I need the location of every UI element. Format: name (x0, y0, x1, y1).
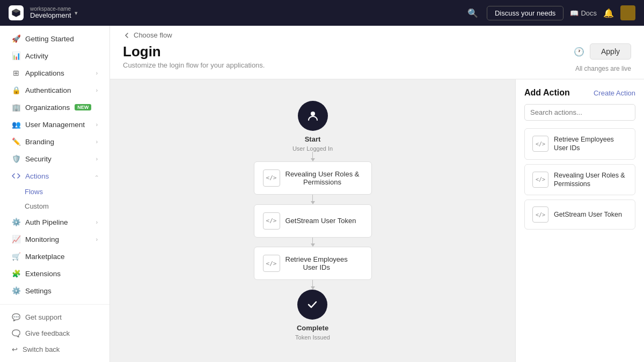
puzzle-icon: 🧩 (12, 269, 20, 278)
sidebar-item-branding[interactable]: ✏️ Branding › (3, 134, 106, 150)
pen-icon: ✏️ (12, 137, 20, 146)
sidebar-item-marketplace[interactable]: 🛒 Marketplace (3, 248, 106, 264)
flow-container: Start User Logged In </> Revealing User … (232, 101, 393, 341)
sidebar-item-switch-back[interactable]: ↩ Switch back (3, 342, 106, 357)
sidebar-item-get-support[interactable]: 💬 Get support (3, 309, 106, 325)
sidebar-label-get-support: Get support (25, 313, 62, 321)
docs-link[interactable]: 📖 Docs (570, 9, 597, 17)
sidebar-item-user-management[interactable]: 👥 User Management › (3, 116, 106, 132)
flow-node-label-1: Revealing User Roles &Permissions (286, 170, 360, 186)
sidebar-item-auth-pipeline[interactable]: ⚙️ Auth Pipeline › (3, 214, 106, 230)
sidebar-sub-item-flows[interactable]: Flows (3, 185, 106, 198)
notifications-bell-icon[interactable]: 🔔 (603, 8, 614, 18)
breadcrumb[interactable]: Choose flow (123, 31, 631, 39)
sidebar-item-extensions[interactable]: 🧩 Extensions (3, 265, 106, 282)
sidebar-label-switch-back: Switch back (23, 345, 60, 353)
chevron-down-icon: ‹ (94, 175, 100, 176)
workspace-name: Development (30, 12, 71, 19)
sidebar-label-authentication: Authentication (25, 86, 71, 94)
sidebar-item-getting-started[interactable]: 🚀 Getting Started (3, 31, 106, 47)
chevron-right-icon: › (96, 237, 98, 242)
sidebar-label-organizations: Organizations (25, 104, 70, 112)
code-icon (12, 172, 20, 180)
create-action-link[interactable]: Create Action (594, 89, 635, 97)
chevron-right-icon: › (96, 70, 98, 76)
sidebar-item-authentication[interactable]: 🔒 Authentication › (3, 82, 106, 98)
action-card-revealing-roles[interactable]: </> Revealing User Roles & Permissions (524, 164, 635, 196)
sidebar-label-getting-started: Getting Started (25, 35, 74, 43)
building-icon: 🏢 (12, 103, 20, 112)
search-actions-input[interactable] (524, 104, 635, 121)
sidebar-label-user-management: User Management (25, 121, 85, 129)
app-logo[interactable] (9, 5, 24, 20)
sidebar-item-activity[interactable]: 📊 Activity (3, 48, 106, 64)
action-card-label-2: Revealing User Roles & Permissions (554, 171, 627, 189)
docs-label: Docs (581, 9, 597, 17)
page-title: Login (123, 43, 265, 60)
lock-icon: 🔒 (12, 86, 20, 94)
sidebar-label-monitoring: Monitoring (25, 235, 59, 243)
sidebar-sub-item-custom[interactable]: Custom (3, 200, 106, 213)
gear-icon: ⚙️ (12, 286, 20, 295)
sidebar-item-actions[interactable]: Actions ‹ (3, 168, 106, 184)
flow-node-revealing-roles[interactable]: </> Revealing User Roles &Permissions (254, 161, 372, 195)
workspace-selector[interactable]: workspace-name Development ▾ (30, 6, 78, 19)
sidebar-item-monitoring[interactable]: 📈 Monitoring › (3, 231, 106, 247)
sidebar-label-activity: Activity (25, 52, 48, 60)
svg-point-0 (311, 112, 315, 116)
search-icon[interactable]: 🔍 (465, 6, 480, 20)
start-circle (298, 101, 328, 131)
header-actions: 🕐 Apply All changes are live (574, 43, 631, 72)
chevron-right-icon: › (96, 122, 98, 128)
support-icon: 💬 (12, 313, 20, 321)
action-card-retrieve-employees[interactable]: </> Retrieve Employees User IDs (524, 128, 635, 160)
complete-sub-label: Token Issued (295, 334, 330, 341)
sidebar-item-settings[interactable]: ⚙️ Settings (3, 283, 106, 299)
new-badge: NEW (75, 104, 91, 110)
pipeline-icon: ⚙️ (12, 218, 20, 226)
flow-complete-node: Complete Token Issued (295, 290, 330, 341)
store-icon: 🛒 (12, 252, 20, 261)
action-card-getstream[interactable]: </> GetStream User Token (524, 200, 635, 230)
right-panel-header: Add Action Create Action (524, 88, 635, 98)
user-avatar[interactable] (620, 5, 635, 20)
code-bracket-icon: </> (263, 169, 280, 187)
sidebar-item-applications[interactable]: ⊞ Applications › (3, 65, 106, 81)
clock-icon[interactable]: 🕐 (574, 47, 584, 57)
action-card-label-3: GetStream User Token (554, 210, 622, 219)
discuss-needs-button[interactable]: Discuss your needs (487, 6, 564, 20)
main-content: Choose flow Login Customize the login fl… (110, 26, 644, 362)
flow-arrow-2 (311, 195, 315, 204)
sidebar-item-give-feedback[interactable]: 🗨️ Give feedback (3, 326, 106, 341)
shield-icon: 🛡️ (12, 154, 20, 163)
flow-node-label-3: Retrieve EmployeesUser IDs (286, 255, 348, 271)
sidebar-label-flows: Flows (25, 188, 43, 196)
flow-node-retrieve-employees[interactable]: </> Retrieve EmployeesUser IDs (254, 247, 372, 280)
sidebar-label-branding: Branding (25, 138, 54, 146)
grid-icon: ⊞ (12, 69, 20, 77)
sidebar-label-marketplace: Marketplace (25, 253, 65, 261)
activity-icon: 📊 (12, 51, 20, 60)
sidebar-item-organizations[interactable]: 🏢 Organizations NEW (3, 99, 106, 115)
flow-arrow-1 (311, 152, 315, 161)
flow-start-node: Start User Logged In (292, 101, 333, 152)
chevron-right-icon: › (96, 87, 98, 93)
bar-chart-icon: 📈 (12, 235, 20, 243)
sidebar-item-security[interactable]: 🛡️ Security › (3, 151, 106, 167)
code-bracket-icon-3: </> (263, 255, 280, 272)
complete-label: Complete (297, 324, 328, 332)
sidebar-label-actions: Actions (25, 172, 49, 180)
users-icon: 👥 (12, 120, 20, 129)
page-subtitle: Customize the login flow for your applic… (123, 61, 265, 69)
breadcrumb-text: Choose flow (134, 31, 172, 39)
add-action-title: Add Action (524, 88, 570, 98)
code-bracket-icon-2: </> (263, 212, 280, 230)
start-label: Start (305, 135, 321, 143)
navbar: workspace-name Development ▾ 🔍 Discuss y… (0, 0, 644, 26)
flow-canvas: Start User Logged In </> Revealing User … (110, 79, 515, 362)
sidebar-label-give-feedback: Give feedback (25, 329, 70, 337)
sidebar-label-extensions: Extensions (25, 270, 61, 278)
flow-node-getstream[interactable]: </> GetStream User Token (254, 204, 372, 238)
book-icon: 📖 (570, 9, 579, 17)
apply-button[interactable]: Apply (590, 43, 631, 60)
